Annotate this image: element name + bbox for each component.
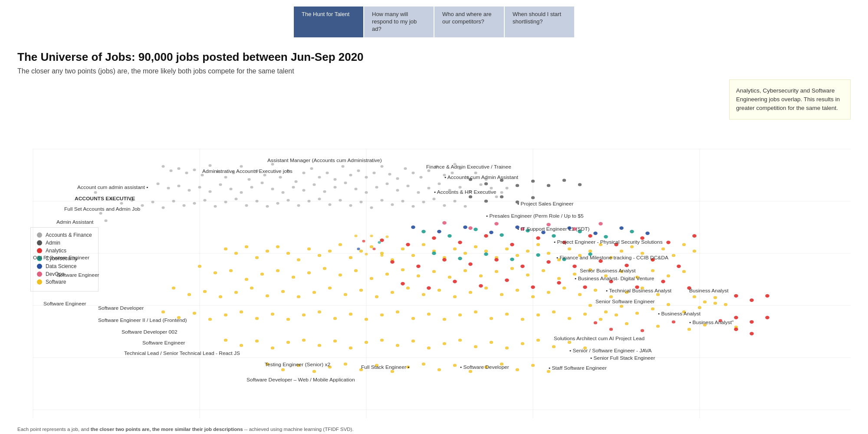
svg-point-167: [630, 245, 634, 248]
svg-point-283: [458, 338, 462, 341]
svg-point-137: [318, 254, 321, 257]
label-software-engineer-2: Software Engineer: [142, 341, 185, 345]
svg-point-401: [372, 248, 375, 250]
svg-point-279: [396, 344, 399, 347]
svg-point-53: [167, 187, 170, 189]
svg-point-226: [484, 286, 488, 289]
svg-point-139: [339, 243, 342, 246]
label-solutions-arch: Solutions Architect cum AI Project Lead: [554, 336, 644, 341]
svg-point-393: [531, 196, 535, 199]
svg-point-54: [177, 185, 180, 187]
svg-point-360: [510, 258, 514, 261]
svg-point-387: [562, 179, 566, 182]
svg-point-312: [406, 243, 410, 246]
svg-point-60: [240, 191, 243, 194]
svg-point-303: [437, 368, 441, 371]
svg-point-240: [193, 311, 196, 315]
svg-point-230: [547, 291, 550, 294]
svg-point-305: [469, 370, 472, 373]
tab-the-hunt-for-talent[interactable]: The Hunt for Talent: [294, 7, 363, 37]
svg-point-231: [562, 286, 566, 289]
svg-point-55: [187, 189, 191, 192]
svg-point-339: [479, 284, 483, 288]
svg-point-76: [406, 185, 409, 187]
svg-point-209: [219, 295, 222, 298]
svg-point-342: [557, 281, 561, 285]
svg-point-152: [474, 245, 477, 248]
svg-point-203: [651, 269, 654, 272]
svg-point-280: [411, 339, 415, 342]
svg-point-249: [333, 317, 337, 320]
svg-point-31: [318, 176, 321, 179]
svg-point-378: [546, 223, 551, 226]
svg-point-116: [443, 204, 446, 207]
tab-how-many-will-respond-to-my-job-ad[interactable]: How many will respond to my job ad?: [364, 7, 434, 37]
label-senior-ba: Senior Business Analyst: [580, 268, 636, 273]
svg-point-48: [450, 172, 454, 174]
svg-point-397: [378, 241, 381, 244]
tab-who-and-where-are-our-competitors[interactable]: Who and where are our competitors?: [434, 7, 504, 37]
svg-point-314: [458, 241, 462, 244]
svg-point-81: [458, 186, 461, 189]
footer: Each point represents a job, and the clo…: [0, 423, 868, 434]
svg-point-166: [620, 249, 623, 252]
top-navigation: The Hunt for TalentHow many will respond…: [0, 0, 868, 42]
svg-point-289: [552, 345, 556, 348]
svg-point-113: [411, 205, 414, 208]
label-ba-2: • Business Analyst: [658, 311, 700, 316]
svg-point-38: [372, 172, 375, 174]
svg-point-63: [271, 188, 274, 190]
svg-point-191: [464, 269, 467, 272]
svg-point-99: [266, 205, 269, 208]
tab-when-should-i-start-shortlisting[interactable]: When should I start shortlisting?: [505, 7, 574, 37]
svg-point-287: [521, 342, 524, 345]
svg-point-106: [339, 199, 342, 202]
svg-point-185: [370, 277, 373, 280]
svg-point-288: [536, 338, 540, 341]
label-full-stack: Full Stack Engineer •: [361, 365, 410, 370]
svg-point-68: [323, 190, 326, 193]
svg-point-285: [490, 341, 493, 344]
svg-point-268: [224, 338, 227, 341]
svg-point-322: [666, 241, 671, 244]
svg-point-107: [349, 204, 352, 207]
svg-point-251: [365, 318, 368, 321]
svg-point-290: [568, 341, 571, 344]
svg-point-349: [447, 234, 452, 238]
svg-point-158: [536, 243, 540, 246]
svg-point-183: [339, 273, 342, 276]
svg-point-21: [240, 165, 243, 168]
svg-point-34: [341, 165, 344, 168]
svg-point-64: [281, 191, 284, 194]
svg-point-415: [641, 329, 644, 332]
page-title: The Universe of Jobs: 90,000 jobs posted…: [17, 50, 851, 64]
svg-point-56: [198, 186, 201, 189]
svg-point-266: [599, 318, 602, 321]
svg-point-150: [453, 247, 457, 250]
svg-point-350: [473, 228, 478, 231]
label-ba-1: Business Analyst: [689, 288, 729, 293]
svg-point-275: [333, 339, 337, 342]
label-testing-engineer: Testing Engineer (Senior) x2: [265, 362, 330, 367]
svg-point-133: [276, 245, 279, 248]
svg-point-187: [401, 268, 404, 271]
svg-point-72: [365, 191, 368, 194]
svg-point-61: [250, 186, 253, 189]
svg-point-159: [547, 252, 550, 255]
label-account-cum-admin: Account cum admin assistant •: [77, 185, 148, 190]
svg-point-101: [286, 199, 289, 202]
svg-point-157: [526, 249, 529, 252]
svg-point-100: [276, 202, 279, 205]
scatterplot[interactable]: Assistant Manager (Accounts cum Administ…: [17, 80, 851, 418]
svg-point-163: [589, 249, 592, 252]
svg-point-265: [583, 312, 587, 315]
svg-point-258: [474, 310, 477, 313]
svg-point-252: [380, 313, 384, 316]
svg-point-35: [349, 174, 352, 176]
svg-point-171: [672, 254, 675, 257]
svg-point-198: [573, 272, 576, 275]
svg-point-330: [546, 260, 551, 264]
svg-point-125: [500, 191, 503, 194]
svg-point-131: [255, 256, 259, 259]
svg-point-386: [547, 184, 550, 187]
